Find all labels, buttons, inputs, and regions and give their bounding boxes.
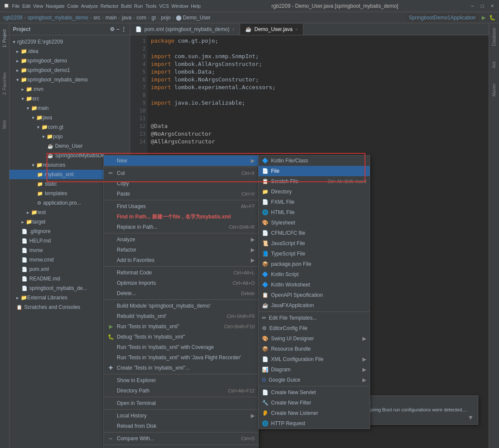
- menu-code[interactable]: Code: [67, 3, 78, 9]
- menu-vcs[interactable]: VCS: [159, 3, 169, 9]
- ctx-refactor[interactable]: Refactor ▶: [104, 245, 258, 255]
- ctx-run-coverage[interactable]: Run 'Tests in 'mybatis_xml'' with Covera…: [104, 342, 258, 352]
- sub-openapi[interactable]: 📋 OpenAPI Specification: [259, 290, 370, 300]
- tree-comgt[interactable]: ▾ 📁 com.gt: [9, 122, 130, 132]
- breadcrumb-main[interactable]: main: [106, 15, 117, 21]
- sub-javascript[interactable]: 📜 JavaScript File: [259, 238, 370, 249]
- ctx-analyze[interactable]: Analyze ▶: [104, 234, 258, 245]
- run-config[interactable]: SpringbootDemo1Application: [406, 14, 478, 22]
- breadcrumb-rgb2209[interactable]: rgb2209: [3, 15, 22, 21]
- minimize-btn[interactable]: −: [469, 3, 476, 9]
- ctx-run-tests[interactable]: ▶ Run 'Tests in 'mybatis_xml'' Ctrl+Shif…: [104, 321, 258, 332]
- menu-view[interactable]: View: [33, 3, 44, 9]
- sub-create-servlet[interactable]: 📄 Create New Servlet: [259, 387, 370, 398]
- sub-editorconfig[interactable]: ⚙ EditorConfig File: [259, 323, 370, 333]
- sub-diagram[interactable]: 📊 Diagram ▶: [259, 364, 370, 375]
- breadcrumb-project[interactable]: springboot_mybatis_demo: [28, 15, 88, 21]
- run-btn[interactable]: ▶: [482, 15, 486, 21]
- ctx-mark-directory[interactable]: Mark Directory as ▶: [104, 446, 258, 448]
- sub-edit-templates[interactable]: ✏ Edit File Templates...: [259, 313, 370, 323]
- ctx-find-in-path[interactable]: Find in Path... 新建一个file，名字为mybatis.xml: [104, 212, 258, 222]
- tree-mvn[interactable]: ▸ 📁 .mvn: [9, 84, 130, 94]
- sub-stylesheet[interactable]: 🎨 Stylesheet: [259, 218, 370, 228]
- sub-create-filter[interactable]: 🔧 Create New Filter: [259, 398, 370, 408]
- ctx-paste[interactable]: Paste Ctrl+V: [104, 189, 258, 199]
- sub-resource-bundle[interactable]: 📦 Resource Bundle: [259, 344, 370, 354]
- tree-idea[interactable]: ▸ 📁 .idea: [9, 47, 130, 56]
- left-tab-web[interactable]: Web: [1, 117, 8, 132]
- tab-demo-user[interactable]: ☕ Demo_User.java ×: [240, 24, 303, 35]
- sub-file[interactable]: 📄 File: [259, 166, 370, 176]
- ctx-replace-in-path[interactable]: Replace in Path... Ctrl+Shift+R: [104, 222, 258, 232]
- sub-fxml[interactable]: 📄 FXML File: [259, 197, 370, 207]
- debug-btn[interactable]: 🐛: [489, 15, 496, 21]
- tree-java[interactable]: ▾ 📁 java: [9, 113, 130, 122]
- left-tab-project[interactable]: 1: Project: [1, 26, 8, 51]
- sub-guice[interactable]: G Google Guice ▶: [259, 375, 370, 385]
- breadcrumb-pojo[interactable]: pojo: [161, 15, 171, 21]
- tab-pomxml[interactable]: 📄 pom.xml (springboot_mybatis_demo) ×: [130, 24, 240, 35]
- menu-build[interactable]: Build: [121, 3, 131, 9]
- ctx-show-explorer[interactable]: Show in Explorer: [104, 375, 258, 386]
- menu-file[interactable]: File: [12, 3, 20, 9]
- ctx-delete[interactable]: Delete... Delete: [104, 288, 258, 299]
- menu-window[interactable]: Window: [172, 3, 188, 9]
- left-tab-favorites[interactable]: 2: Favorites: [1, 69, 8, 98]
- ctx-reformat[interactable]: Reformat Code Ctrl+Alt+L: [104, 268, 258, 278]
- sub-kotlin-file[interactable]: 🔷 Kotlin File/Class: [259, 156, 370, 166]
- sub-html[interactable]: 🌐 HTML File: [259, 207, 370, 218]
- menu-help[interactable]: Help: [191, 3, 201, 9]
- maven-tab[interactable]: Maven: [491, 81, 497, 99]
- titlebar-controls[interactable]: − □ ×: [469, 3, 496, 9]
- tree-springboot-mybatis[interactable]: ▾ 📁 springboot_mybatis_demo: [9, 75, 130, 84]
- ctx-rebuild[interactable]: Rebuild 'mybatis_xml' Ctrl+Shift+F9: [104, 311, 258, 321]
- tree-springboot-demo[interactable]: ▸ 📁 springboot_demo: [9, 56, 130, 65]
- ctx-add-favorites[interactable]: Add to Favorites ▶: [104, 255, 258, 265]
- close-btn[interactable]: ×: [489, 3, 496, 9]
- menu-edit[interactable]: Edit: [22, 3, 31, 9]
- sub-kotlin-script[interactable]: 🔷 Kotlin Script: [259, 269, 370, 280]
- tree-root[interactable]: ▾ rgb2209 E:\rgb2209: [9, 37, 130, 47]
- sub-scratch-file[interactable]: 📋 Scratch File Ctrl+Alt+Shift+Insert: [259, 176, 370, 187]
- menu-refactor[interactable]: Refactor: [100, 3, 119, 9]
- ctx-reload[interactable]: Reload from Disk: [104, 421, 258, 431]
- tree-src[interactable]: ▾ 📁 src: [9, 94, 130, 103]
- close-icon[interactable]: ×: [232, 27, 234, 32]
- sub-kotlin-worksheet[interactable]: 🔷 Kotlin Worksheet: [259, 280, 370, 290]
- sub-create-listener[interactable]: 👂 Create New Listener: [259, 408, 370, 418]
- close-icon[interactable]: ×: [295, 27, 298, 32]
- tree-demo-user[interactable]: ☕ Demo_User: [9, 141, 130, 151]
- ctx-optimize[interactable]: Optimize Imports Ctrl+Alt+O: [104, 278, 258, 288]
- ctx-create-tests[interactable]: ✚ Create 'Tests in 'mybatis_xml''...: [104, 363, 258, 373]
- tree-main[interactable]: ▾ 📁 main: [9, 103, 130, 113]
- sidebar-collapse[interactable]: −: [116, 26, 119, 32]
- ctx-local-history[interactable]: Local History ▶: [104, 411, 258, 421]
- ctx-find-usages[interactable]: Find Usages Alt+F7: [104, 201, 258, 212]
- menu-analyze[interactable]: Analyze: [81, 3, 98, 9]
- ctx-open-terminal[interactable]: Open in Terminal: [104, 398, 258, 408]
- ctx-directory-path[interactable]: Directory Path Ctrl+Alt+F12: [104, 386, 258, 396]
- menu-run[interactable]: Run: [134, 3, 143, 9]
- sub-packagejson[interactable]: 📦 package.json File: [259, 259, 370, 269]
- ant-tab[interactable]: Ant: [491, 59, 497, 71]
- breadcrumb-src[interactable]: src: [94, 15, 100, 21]
- breadcrumb-gt[interactable]: gt: [152, 15, 156, 21]
- breadcrumb-demo-user[interactable]: ⬤ Demo_User: [176, 15, 210, 21]
- tree-springboot-demo1[interactable]: ▸ 📁 springboot_demo1: [9, 65, 130, 75]
- ctx-build-module[interactable]: Build Module 'springboot_mybatis_demo': [104, 301, 258, 311]
- ctx-debug-tests[interactable]: 🐛 Debug 'Tests in 'mybatis_xml'': [104, 332, 258, 342]
- sub-directory[interactable]: 📁 Directory: [259, 187, 370, 197]
- ctx-new[interactable]: New ▶: [104, 156, 258, 166]
- sidebar-options[interactable]: ⋮: [121, 26, 126, 32]
- breadcrumb-com[interactable]: com: [137, 15, 147, 21]
- ctx-compare[interactable]: ↔ Compare With... Ctrl+D: [104, 433, 258, 444]
- tree-pojo[interactable]: ▾ 📁 pojo: [9, 132, 130, 141]
- sub-xml-config[interactable]: 📄 XML Configuration File ▶: [259, 354, 370, 364]
- database-tab[interactable]: Database: [491, 25, 497, 49]
- services-close[interactable]: ▼: [468, 414, 474, 421]
- breadcrumb-java[interactable]: java: [122, 15, 131, 21]
- sub-javafx[interactable]: ☕ JavaFXApplication: [259, 300, 370, 311]
- menu-tools[interactable]: Tools: [145, 3, 156, 9]
- menu-navigate[interactable]: Navigate: [46, 3, 64, 9]
- sub-cfml[interactable]: 📄 CFML/CFC file: [259, 228, 370, 238]
